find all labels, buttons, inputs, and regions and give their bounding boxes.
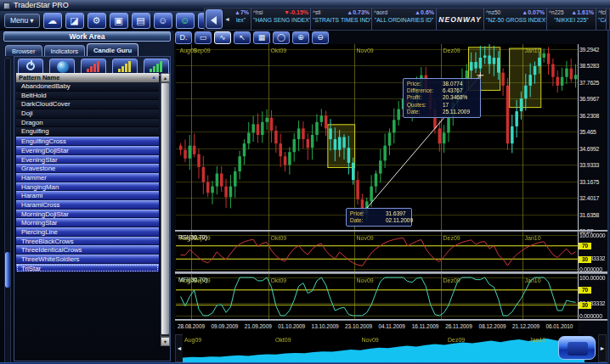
pattern-item[interactable]: Gravestone	[16, 164, 159, 173]
pattern-item[interactable]: DarkCloudCover	[16, 100, 159, 109]
data-source-button[interactable]: D.	[175, 31, 192, 44]
line-draw-button[interactable]: ∿	[214, 31, 231, 44]
zoom-in-button[interactable]: ⊕	[292, 31, 309, 44]
date-label: 13.10.2009	[312, 323, 339, 329]
main-candle-chart[interactable]	[176, 44, 578, 231]
ticker-symbol: ^sti	[313, 9, 321, 15]
pattern-item[interactable]: ThreeIdenticalCrows	[16, 245, 159, 255]
pattern-item[interactable]: EveningStar	[16, 155, 159, 165]
pattern-item[interactable]: BeltHold	[16, 92, 159, 101]
ticker-item[interactable]: ^fchi"CA	[596, 8, 607, 30]
window-title: TraderStar PRO	[14, 2, 69, 9]
layers-icon[interactable]: ▤	[132, 13, 150, 29]
pattern-item[interactable]: PiercingLine	[16, 227, 159, 237]
pattern-item[interactable]: MorningDojiStar	[16, 210, 159, 219]
ticker-item[interactable]: ^n225▲1.61%"NIKKEI 225"	[547, 8, 596, 30]
user-blue-icon[interactable]: ☺	[154, 13, 172, 29]
eraser-button[interactable]: ▭	[195, 31, 212, 44]
price-axis-label: 35.465	[579, 129, 609, 135]
pattern-item[interactable]: TriStar	[16, 264, 159, 273]
pattern-item[interactable]: HaramiCross	[16, 200, 159, 210]
ticker-item[interactable]: ^sti▲0.73%"STRAITS TIMES IND"	[311, 8, 372, 30]
tab-indicators[interactable]: Indicators	[44, 45, 86, 56]
ticker-name: "NZ-50 GROSS INDEX"	[486, 17, 545, 23]
mfi-indicator-panel[interactable]	[176, 274, 578, 319]
pattern-item[interactable]: AbandonedBaby	[16, 82, 159, 92]
tab-candle-guru[interactable]: Candle Guru	[87, 43, 138, 56]
ticker-change: ▲1.61%	[571, 9, 594, 15]
sidebar-scrollbar[interactable]	[4, 58, 11, 364]
ticker-change: ▲0.07%	[522, 9, 545, 15]
toolbar-icons: ☁◪⚙▣▤☺☺⊕	[43, 13, 217, 29]
threshold-badge: 70	[579, 243, 591, 249]
caret-down-icon: ▾	[30, 16, 33, 25]
ticker-change: ▲0.73%	[347, 9, 370, 15]
ticker-item[interactable]: ^hsi▼-0.15%"HANG SENG INDEX"	[251, 8, 311, 30]
navigator-right-button[interactable]: ►	[598, 334, 607, 362]
tooltip-row: Date:25.11.2009	[407, 109, 477, 115]
scroll-down-button[interactable]: ▼	[161, 337, 170, 346]
ticker-item[interactable]: ^nz50▲0.07%"NZ-50 GROSS INDEX"	[484, 8, 547, 30]
pattern-item[interactable]: Doji	[16, 109, 159, 119]
sort-icon[interactable]: ▲	[151, 73, 156, 82]
pattern-list-header[interactable]: Pattern Name ▲	[16, 73, 159, 82]
tooltip-value: 31.6397	[386, 210, 408, 217]
pattern-panel: Pattern Name ▲ ▲ ▼ AbandonedBabyBeltHold…	[14, 56, 171, 361]
price-axis-label: 37.7625	[579, 80, 609, 86]
table-view-button[interactable]: ▦	[253, 31, 270, 44]
chart-icon[interactable]: ◪	[65, 13, 84, 29]
pattern-item[interactable]: Dragon	[16, 119, 159, 128]
pattern-item[interactable]: ThreeWhiteSoldiers	[16, 255, 159, 264]
ticker-name: lex"	[233, 17, 249, 23]
pattern-item[interactable]: MorningStar	[16, 218, 159, 227]
tooltip-label: Quotes:	[407, 102, 443, 109]
pattern-item[interactable]: EngulfingCross	[16, 137, 159, 146]
rsi-indicator-panel[interactable]	[176, 232, 578, 272]
ticker-strip: ◄▲7%lex"^hsi▼-0.15%"HANG SENG INDEX"^sti…	[204, 8, 610, 31]
price-axis-label: 36.2308	[579, 113, 609, 119]
ticker-symbol: ^hsi	[253, 9, 263, 15]
ticker-change: ▼-0.15%	[284, 9, 308, 15]
ticker-name: "STRAITS TIMES IND"	[313, 17, 370, 23]
date-label: 21.09.2009	[245, 323, 272, 329]
pattern-scrollbar-thumb[interactable]	[161, 83, 169, 334]
pattern-item[interactable]: Hammer	[16, 173, 159, 182]
tooltip-value: 17	[443, 102, 477, 109]
date-label: 08.12.2009	[479, 323, 506, 329]
navigator-overview[interactable]	[183, 334, 585, 362]
chart-toolbar: D.▭∿↖▦◯⊕⊖	[175, 31, 329, 44]
tooltip-row: Profit:20.3468%	[407, 94, 477, 101]
price-axis-label: 33.1675	[579, 179, 609, 185]
ticker-item[interactable]: ^aord▲0.6%"ALL ORDINARIES ID"	[372, 8, 437, 30]
pattern-item[interactable]: Engulfing	[16, 127, 159, 137]
monitor-icon[interactable]: ▣	[110, 13, 128, 29]
date-label: 06.01.2010	[545, 323, 573, 329]
settings-gear-icon[interactable]: ⚙	[88, 13, 106, 29]
tab-browser[interactable]: Browser	[5, 45, 42, 56]
sphere-glyph	[57, 61, 69, 73]
weather-cloud-icon[interactable]: ☁	[43, 13, 62, 29]
threshold-badge: 30	[579, 302, 591, 309]
pattern-item[interactable]: HangingMan	[16, 182, 159, 192]
pattern-scrollbar[interactable]	[161, 82, 170, 337]
user-green-icon[interactable]: ☺	[176, 13, 195, 29]
price-axis-label: 36.9967	[579, 96, 609, 102]
ticker-scroll-left-icon[interactable]: ◄	[223, 8, 231, 30]
scroll-up-button[interactable]: ▲	[161, 73, 170, 82]
pattern-item[interactable]: Harami	[16, 191, 159, 200]
price-axis-label: 34.6992	[579, 146, 609, 152]
sidebar-scrollbar-thumb[interactable]	[5, 252, 10, 288]
ticker-item[interactable]: ▲7%lex"	[231, 8, 251, 30]
ticker-symbol: ^aord	[374, 9, 387, 15]
price-axis-label: 39.2942	[579, 47, 609, 53]
pattern-item[interactable]: ThreeBlackCrows	[16, 237, 159, 246]
pointer-tool-button[interactable]: ↖	[234, 31, 251, 44]
navigator-thumb[interactable]	[558, 336, 596, 360]
zoom-out-button[interactable]: ⊖	[312, 31, 329, 44]
globe-markets-button[interactable]: ◯	[273, 31, 290, 44]
speaker-icon[interactable]	[206, 9, 223, 29]
low-point-tooltip: Price:31.6397Date:02.11.2009	[346, 208, 412, 227]
menu-button[interactable]: Menu ▾	[4, 14, 40, 28]
tooltip-label: Price:	[350, 210, 386, 217]
pattern-item[interactable]: EveningDojiStar	[16, 146, 159, 155]
